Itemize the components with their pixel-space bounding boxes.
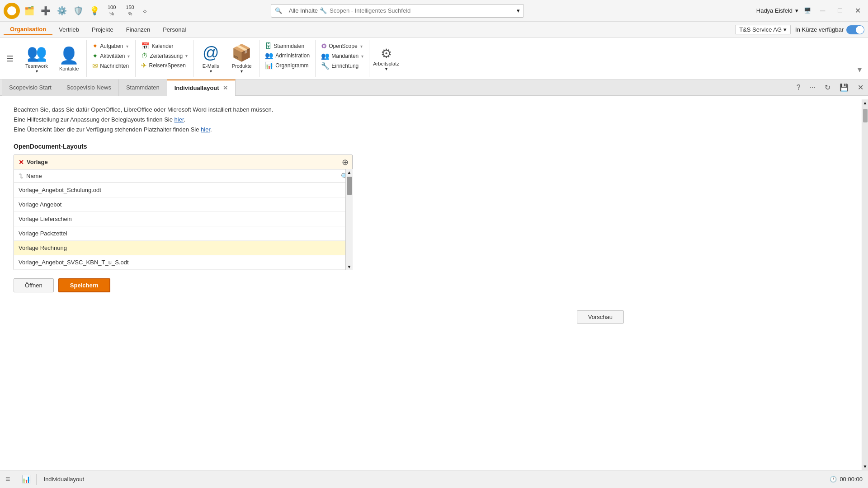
scroll-down-btn[interactable]: ▼ (346, 263, 353, 270)
kontakte-button[interactable]: 👤 Kontakte (55, 44, 83, 73)
search-icon: 🔍 (275, 7, 282, 14)
close-button[interactable]: ✕ (851, 6, 864, 15)
scroll-up-btn[interactable]: ▲ (346, 169, 353, 176)
list-cell-4: Vorlage Rechnung (14, 244, 352, 251)
more-button[interactable]: ··· (807, 83, 818, 93)
content-line2-prefix: Eine Hilfestellung zur Anpassung der Bel… (14, 116, 175, 123)
stammdaten-icon: 🗄 (265, 42, 272, 50)
emails-label: E-Mails (203, 63, 219, 69)
einrichtung-row[interactable]: 🔧 Einrichtung (319, 61, 360, 70)
list-item-highlighted[interactable]: Vorlage Rechnung (14, 241, 352, 255)
aufgaben-label: Aufgaben (100, 43, 123, 49)
openscope-row[interactable]: ⚙ OpenScope ▾ (319, 42, 364, 51)
save-layout-button[interactable]: Speichern (58, 278, 110, 292)
aktivitaeten-row[interactable]: ✦ Aktivitäten ▾ (90, 52, 132, 61)
teamwork-label: Teamwork (25, 63, 48, 69)
produkte-button[interactable]: 📦 Produkte ▾ (228, 42, 255, 75)
lightbulb-icon[interactable]: 💡 (90, 6, 99, 16)
nachrichten-label: Nachrichten (100, 63, 129, 69)
menubar-right: T&S Service AG ▾ In Kürze verfügbar (735, 25, 864, 34)
stammdaten-row[interactable]: 🗄 Stammdaten (263, 42, 306, 50)
administration-row[interactable]: 👥 Administration (263, 51, 311, 60)
statusbar-menu-icon[interactable]: ≡ (5, 474, 10, 484)
emails-button[interactable]: @ E-Mails ▾ (197, 42, 224, 75)
page-scrollbar[interactable]: ▲ ▼ (862, 99, 868, 470)
list-scrollbar[interactable]: ▲ ▼ (345, 169, 353, 270)
zeiterfassung-arrow: ▾ (185, 53, 188, 58)
list-item[interactable]: Vorlage_Angebot_Schulung.odt (14, 183, 352, 197)
aktivitaeten-label: Aktivitäten (100, 53, 125, 59)
page-scroll-up-arrow[interactable]: ▲ (863, 100, 868, 105)
col-remove-icon[interactable]: ✕ (19, 159, 24, 166)
menu-finanzen[interactable]: Finanzen (120, 24, 156, 35)
help-button[interactable]: ? (794, 83, 803, 93)
content-line2-link[interactable]: hier (175, 116, 184, 123)
menu-personal[interactable]: Personal (156, 24, 192, 35)
mandanten-icon: 👥 (321, 52, 330, 60)
emails-arrow: ▾ (210, 69, 212, 74)
organigramm-row[interactable]: 📊 Organigramm (263, 61, 310, 70)
settings-icon[interactable]: ⚙️ (57, 6, 67, 16)
tab-individuallayout[interactable]: Individuallayout ✕ (167, 80, 236, 96)
menu-projekte[interactable]: Projekte (85, 24, 120, 35)
tab-close-button[interactable]: ✕ (223, 84, 228, 91)
plus-circle-icon[interactable]: ➕ (41, 6, 51, 16)
administration-label: Administration (275, 52, 310, 59)
teamwork-button[interactable]: 👥 Teamwork ▾ (22, 42, 52, 75)
ribbon-group-teamwork: 👥 Teamwork ▾ 👤 Kontakte (18, 40, 87, 77)
save-button[interactable]: 💾 (837, 82, 851, 93)
menu-organisation[interactable]: Organisation (4, 24, 52, 35)
minimize-button[interactable]: ─ (816, 7, 829, 15)
add-row-icon[interactable]: ⊕ (342, 157, 352, 167)
list-item[interactable]: Vorlage Angebot (14, 197, 352, 212)
page-scroll-down-arrow[interactable]: ▼ (863, 464, 868, 469)
refresh-button[interactable]: ↻ (822, 82, 833, 93)
list-sub-header-cell: ⇅ Name (14, 173, 341, 179)
aufgaben-icon: ✦ (92, 42, 98, 50)
statusbar-divider-2 (36, 474, 37, 485)
ribbon-expand[interactable]: ▾ (855, 40, 864, 77)
availability-toggle[interactable] (846, 25, 864, 34)
screen-icon[interactable]: 🖥️ (804, 7, 811, 14)
titlebar-toolbar: 🗂️ ➕ ⚙️ 🛡️ 💡 100 % 150 % ⬦ (24, 5, 147, 16)
search-input[interactable] (330, 7, 514, 14)
kalender-row[interactable]: 📅 Kalender (139, 42, 175, 51)
mandanten-row[interactable]: 👥 Mandanten ▾ (319, 52, 365, 61)
maximize-button[interactable]: □ (834, 7, 846, 15)
aufgaben-row[interactable]: ✦ Aufgaben ▾ (90, 42, 130, 51)
reisen-row[interactable]: ✈ Reisen/Spesen (139, 61, 187, 70)
kalender-label: Kalender (151, 43, 173, 49)
arbeitsplatz-button[interactable]: ⚙ Arbeitsplatz ▾ (373, 46, 399, 71)
shield-icon[interactable]: 🛡️ (73, 6, 83, 16)
funnel-icon[interactable]: ⬦ (142, 6, 147, 15)
zeiterfassung-row[interactable]: ⏱ Zeiterfassung ▾ (139, 52, 189, 60)
content-line3: Eine Übersicht über die zur Verfügung st… (14, 125, 854, 135)
statusbar-label: Individuallayout (44, 476, 85, 483)
briefcase-icon[interactable]: 🗂️ (24, 6, 34, 16)
ribbon-sidebar-area: ☰ (4, 40, 16, 77)
organigramm-icon: 📊 (265, 61, 274, 70)
content-line3-link[interactable]: hier (201, 126, 210, 133)
zeiterfassung-icon: ⏱ (141, 52, 148, 60)
col-name-label: Name (26, 173, 42, 179)
nachrichten-row[interactable]: ✉ Nachrichten (90, 61, 131, 70)
user-dropdown-arrow[interactable]: ▾ (795, 7, 798, 14)
menu-vertrieb[interactable]: Vertrieb (52, 24, 85, 35)
company-selector[interactable]: T&S Service AG ▾ (735, 25, 791, 34)
close-panel-button[interactable]: ✕ (855, 82, 866, 93)
user-info[interactable]: Hadya Eisfeld ▾ (756, 7, 798, 14)
search-filter-dropdown[interactable]: Alle Inhalte 🔧 (285, 7, 327, 14)
list-item[interactable]: Vorlage Packzettel (14, 226, 352, 241)
preview-button[interactable]: Vorschau (577, 310, 624, 324)
openscope-arrow: ▾ (360, 44, 363, 49)
search-dropdown-arrow[interactable]: ▾ (517, 7, 520, 14)
list-item[interactable]: Vorlage Lieferschein (14, 212, 352, 226)
tab-scopevisio-start[interactable]: Scopevisio Start (2, 80, 59, 96)
tab-stammdaten[interactable]: Stammdaten (119, 80, 167, 96)
sidebar-toggle-icon[interactable]: ☰ (4, 52, 16, 66)
search-bar[interactable]: 🔍 Alle Inhalte 🔧 ▾ (271, 4, 524, 18)
open-button[interactable]: Öffnen (14, 278, 54, 292)
tab-scopevisio-news[interactable]: Scopevisio News (59, 80, 119, 96)
reisen-label: Reisen/Spesen (149, 62, 185, 69)
list-item[interactable]: Vorlage_Angebot_SVSC_KBN_T_u_S.odt (14, 255, 352, 270)
